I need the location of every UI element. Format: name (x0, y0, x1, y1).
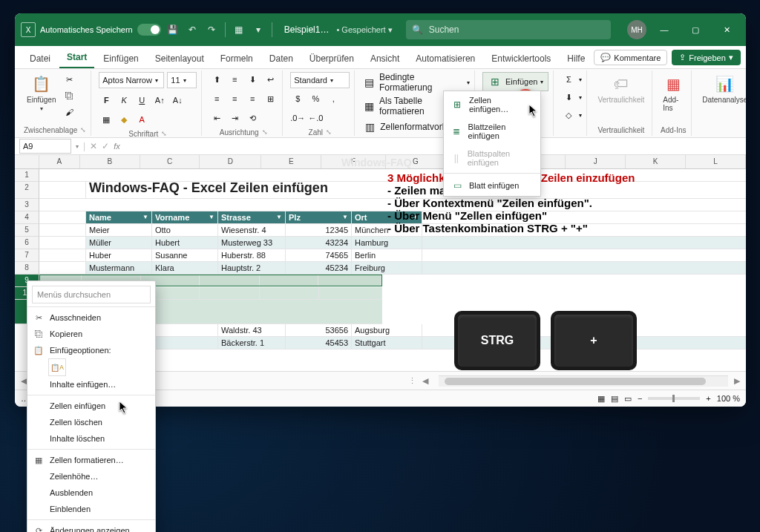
addins-button[interactable]: ▦Add-Ins (660, 72, 687, 114)
redo-icon[interactable]: ↷ (204, 22, 219, 37)
launcher-icon[interactable]: ⤡ (80, 126, 86, 134)
scroll-left-icon[interactable]: ◀ (422, 376, 428, 386)
tab-entwicklertools[interactable]: Entwicklertools (484, 49, 558, 68)
wrap-text-icon[interactable]: ↩ (263, 72, 278, 87)
ctx-row-height[interactable]: Zeilenhöhe… (27, 468, 155, 485)
scroll-right-icon[interactable]: ▶ (734, 376, 740, 386)
ctx-paste-special[interactable]: Inhalte einfügen… (27, 376, 155, 393)
minimize-button[interactable]: — (651, 19, 678, 40)
enter-formula-icon[interactable]: ✓ (102, 141, 109, 151)
tab-seitenlayout[interactable]: Seitenlayout (148, 49, 212, 68)
table-header[interactable]: Name▼ (86, 211, 152, 223)
launcher-icon[interactable]: ⤡ (161, 130, 167, 138)
cancel-formula-icon[interactable]: ✕ (90, 141, 97, 151)
currency-icon[interactable]: $ (290, 91, 305, 106)
ctx-hide[interactable]: Ausblenden (27, 485, 155, 501)
ctx-insert-cells[interactable]: Zellen einfügen (27, 398, 155, 414)
saved-status[interactable]: • Gespeichert ▾ (336, 25, 392, 35)
search-input[interactable] (428, 24, 605, 36)
qat-icon[interactable]: ▦ (232, 22, 246, 37)
sheet-nav-prev-icon[interactable]: ◀ (21, 376, 27, 386)
bold-button[interactable]: F (99, 93, 114, 108)
fx-icon[interactable]: fx (114, 142, 120, 151)
tab-ueberpruefen[interactable]: Überprüfen (302, 49, 361, 68)
launcher-icon[interactable]: ⤡ (262, 128, 268, 137)
decimal-inc-icon[interactable]: .0→ (290, 111, 305, 125)
ctx-copy[interactable]: ⿻Kopieren (27, 326, 155, 342)
sensitivity-button[interactable]: 🏷Vertraulichkeit (594, 72, 647, 105)
table-header[interactable]: Plz▼ (286, 211, 352, 223)
copy-icon[interactable]: ⿻ (62, 88, 76, 103)
context-menu-search[interactable]: Menüs durchsuchen (32, 286, 151, 303)
cut-icon[interactable]: ✂ (62, 72, 76, 87)
autosave[interactable]: Automatisches Speichern (40, 24, 161, 36)
align-middle-icon[interactable]: ≡ (227, 72, 242, 87)
fill-color-button[interactable]: ◆ (117, 112, 131, 127)
align-right-icon[interactable]: ≡ (245, 91, 260, 106)
tab-formeln[interactable]: Formeln (213, 49, 261, 68)
tab-datei[interactable]: Datei (22, 49, 58, 68)
filename[interactable]: Beispiel1… (284, 24, 330, 35)
launcher-icon[interactable]: ⤡ (326, 128, 332, 137)
underline-button[interactable]: U (134, 93, 149, 108)
name-box[interactable]: A9 (19, 139, 71, 154)
comma-icon[interactable]: , (326, 91, 341, 106)
insert-cells-item[interactable]: ⊞Zellen einfügen… (444, 91, 540, 118)
tab-ansicht[interactable]: Ansicht (363, 49, 407, 68)
tab-daten[interactable]: Daten (262, 49, 301, 68)
ctx-clear[interactable]: Inhalte löschen (27, 430, 155, 447)
align-bottom-icon[interactable]: ⬇ (245, 72, 260, 87)
font-grow-icon[interactable]: A↑ (152, 93, 167, 108)
zoom-level[interactable]: 100 % (717, 394, 740, 403)
ctx-format-cells[interactable]: ▦Zellen formatieren… (27, 452, 155, 468)
zoom-in-icon[interactable]: + (706, 394, 710, 403)
orientation-icon[interactable]: ⟲ (245, 111, 260, 125)
number-format-select[interactable]: Standard▾ (290, 72, 350, 88)
merge-icon[interactable]: ⊞ (263, 91, 278, 106)
format-painter-icon[interactable]: 🖌 (62, 105, 76, 119)
paste-option-button[interactable]: 📋A (48, 358, 66, 376)
indent-dec-icon[interactable]: ⇤ (209, 111, 224, 125)
undo-icon[interactable]: ↶ (185, 22, 200, 37)
paste-button[interactable]: 📋Einfügen▾ (24, 72, 59, 114)
share-button[interactable]: ⇪Freigeben▾ (672, 50, 741, 65)
close-button[interactable]: ✕ (713, 19, 740, 40)
autosum-icon[interactable]: Σ (561, 72, 576, 87)
filter-icon[interactable]: ▼ (209, 211, 214, 223)
horizontal-scrollbar[interactable] (439, 375, 728, 387)
align-left-icon[interactable]: ≡ (209, 91, 224, 106)
tab-automatisieren[interactable]: Automatisieren (408, 49, 482, 68)
avatar[interactable]: MH (627, 20, 646, 39)
ctx-cut[interactable]: ✂Ausschneiden (27, 309, 155, 326)
italic-button[interactable]: K (117, 93, 131, 108)
align-center-icon[interactable]: ≡ (227, 91, 242, 106)
qat-icon2[interactable]: ▾ (251, 22, 266, 37)
ctx-delete-cells[interactable]: Zellen löschen (27, 414, 155, 430)
table-header[interactable]: Vorname▼ (152, 211, 218, 223)
cond-format-button[interactable]: ▤Bedingte Formatierung▾ (362, 72, 470, 93)
percent-icon[interactable]: % (308, 91, 323, 106)
tab-einfuegen[interactable]: Einfügen (96, 49, 145, 68)
font-name-select[interactable]: Aptos Narrow▾ (99, 72, 164, 88)
analysis-button[interactable]: 📊Datenanalyse (699, 72, 746, 105)
view-break-icon[interactable]: ▭ (624, 394, 632, 404)
decimal-dec-icon[interactable]: ←.0 (308, 111, 323, 125)
save-icon[interactable]: 💾 (166, 22, 180, 37)
view-layout-icon[interactable]: ▤ (611, 394, 618, 404)
view-normal-icon[interactable]: ▦ (597, 394, 605, 404)
align-top-icon[interactable]: ⬆ (209, 72, 224, 87)
ctx-unhide[interactable]: Einblenden (27, 501, 155, 517)
tab-start[interactable]: Start (59, 47, 94, 68)
maximize-button[interactable]: ▢ (682, 19, 709, 40)
search-box[interactable]: 🔍 (406, 20, 611, 39)
indent-inc-icon[interactable]: ⇥ (227, 111, 242, 125)
tab-hilfe[interactable]: Hilfe (560, 49, 592, 68)
font-size-select[interactable]: 11▾ (167, 72, 197, 88)
autosave-toggle[interactable] (137, 24, 161, 36)
font-shrink-icon[interactable]: A↓ (170, 93, 185, 108)
ctx-show-changes[interactable]: ⟳Änderungen anzeigen (27, 522, 155, 532)
fill-icon[interactable]: ⬇ (561, 90, 576, 105)
filter-icon[interactable]: ▼ (276, 211, 282, 223)
border-button[interactable]: ▦ (99, 112, 114, 127)
insert-sheet-item[interactable]: ▭Blatt einfügen (444, 175, 540, 196)
